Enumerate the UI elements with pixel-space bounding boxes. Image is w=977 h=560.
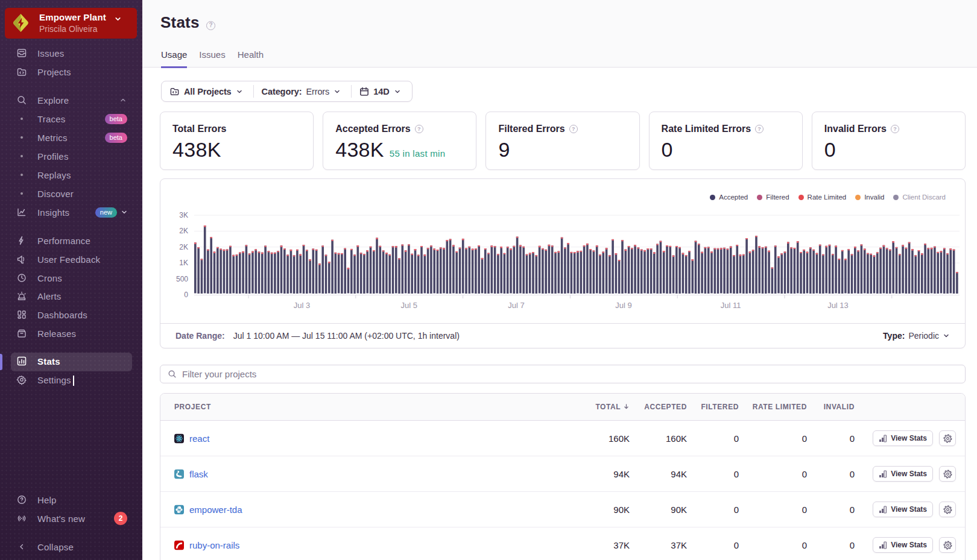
svg-text:2K: 2K [179,243,188,251]
svg-text:2K: 2K [179,227,188,235]
svg-text:500: 500 [176,275,188,283]
svg-text:1K: 1K [179,259,188,267]
svg-text:Jul 7: Jul 7 [508,301,524,310]
svg-text:Jul 11: Jul 11 [721,301,741,310]
svg-text:Jul 3: Jul 3 [294,301,310,310]
svg-text:Jul 5: Jul 5 [401,301,417,310]
svg-text:Jul 9: Jul 9 [615,301,631,310]
svg-text:3K: 3K [179,211,188,219]
svg-text:Jul 13: Jul 13 [827,301,849,310]
svg-text:0: 0 [184,291,188,299]
